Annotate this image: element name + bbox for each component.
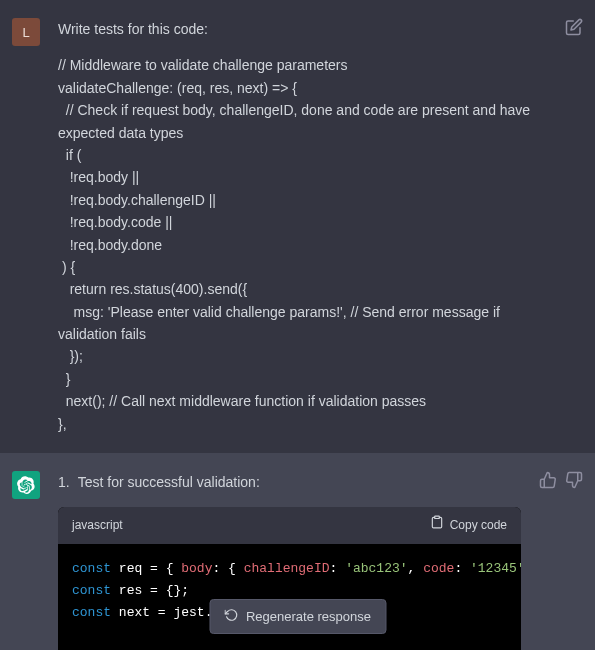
tok: challengeID <box>244 561 330 576</box>
tok: : { <box>212 561 243 576</box>
list-item-1: 1. Test for successful validation: <box>58 471 521 493</box>
thumbs-up-icon[interactable] <box>539 471 557 489</box>
tok: , <box>408 561 424 576</box>
assistant-avatar <box>12 471 40 499</box>
assistant-msg-actions <box>539 471 583 489</box>
tok: : <box>330 561 346 576</box>
tok: = {}; <box>142 583 189 598</box>
svg-rect-0 <box>434 517 439 519</box>
tok: '12345' <box>470 561 521 576</box>
tok: : <box>454 561 470 576</box>
code-header: javascript Copy code <box>58 507 521 543</box>
user-code-block: // Middleware to validate challenge para… <box>58 54 547 435</box>
user-message: L Write tests for this code: // Middlewa… <box>0 0 595 453</box>
thumbs-down-icon[interactable] <box>565 471 583 489</box>
edit-icon[interactable] <box>565 18 583 36</box>
avatar-initial: L <box>22 25 29 40</box>
tok: next <box>119 605 150 620</box>
list-text-1: Test for successful validation: <box>78 471 260 493</box>
refresh-icon <box>224 608 238 625</box>
tok: 'abc123' <box>345 561 407 576</box>
list-num-1: 1. <box>58 471 70 493</box>
tok: const <box>72 583 111 598</box>
user-content: Write tests for this code: // Middleware… <box>58 18 547 435</box>
copy-code-button[interactable]: Copy code <box>430 515 507 535</box>
tok: req <box>119 561 142 576</box>
code-body: const req = { body: { challengeID: 'abc1… <box>58 544 521 650</box>
regenerate-button[interactable]: Regenerate response <box>209 599 386 634</box>
regenerate-wrap: Regenerate response <box>209 599 386 634</box>
tok: code <box>423 561 454 576</box>
tok: = { <box>142 561 181 576</box>
tok: body <box>181 561 212 576</box>
user-avatar: L <box>12 18 40 46</box>
user-msg-actions <box>565 18 583 36</box>
tok: const <box>72 605 111 620</box>
clipboard-icon <box>430 515 444 535</box>
tok: res <box>119 583 142 598</box>
regenerate-label: Regenerate response <box>246 609 371 624</box>
tok: = jest. <box>150 605 212 620</box>
code-lang-label: javascript <box>72 516 123 535</box>
copy-code-label: Copy code <box>450 516 507 535</box>
tok: const <box>72 561 111 576</box>
user-prompt-line: Write tests for this code: <box>58 18 547 40</box>
